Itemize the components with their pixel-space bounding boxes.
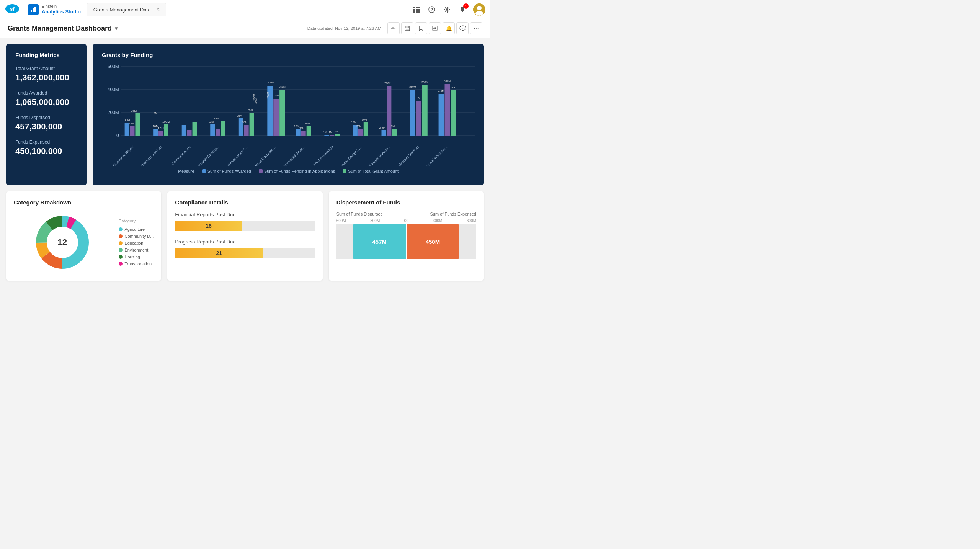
grants-management-tab[interactable]: Grants Management Das... × [87, 3, 166, 16]
app-nav-text: Einstein Analytics Studio [42, 4, 81, 15]
list-item: Environment [119, 248, 154, 252]
svg-rect-101 [451, 90, 456, 136]
svg-point-19 [477, 6, 482, 10]
notifications-icon[interactable]: 1 [458, 5, 467, 14]
financial-reports-label: Financial Reports Past Due [175, 212, 315, 217]
funding-metrics-card: Funding Metrics Total Grant Amount 1,362… [6, 44, 87, 185]
svg-rect-5 [413, 7, 415, 8]
grants-chart-heading: Grants by Funding [102, 52, 475, 58]
legend-dot-awarded [202, 169, 206, 173]
donut-center-value: 12 [58, 237, 67, 247]
svg-text:60M: 60M [255, 98, 258, 104]
svg-text:250M: 250M [409, 85, 416, 88]
legend-dot-total [343, 169, 346, 173]
svg-text:Water and Wastewat...: Water and Wastewat... [421, 145, 448, 166]
progress-reports-label: Progress Reports Past Due [175, 239, 315, 245]
comment-button[interactable]: 💬 [456, 22, 469, 34]
svg-rect-6 [416, 7, 418, 8]
more-button[interactable]: ⋯ [470, 22, 482, 34]
svg-text:10M: 10M [158, 127, 163, 130]
svg-text:15M: 15M [208, 120, 214, 123]
chevron-down-icon[interactable]: ▾ [115, 25, 118, 31]
save-button[interactable] [401, 22, 413, 34]
dispersement-left-bar: 457M [353, 224, 406, 259]
donut-chart: 12 [32, 212, 93, 273]
svg-rect-87 [382, 130, 386, 136]
svg-text:55M: 55M [242, 121, 248, 124]
svg-text:500M: 500M [444, 80, 451, 82]
notify-button[interactable]: 🔔 [443, 22, 455, 34]
svg-rect-45 [182, 125, 186, 136]
svg-text:75M: 75M [248, 109, 253, 111]
svg-rect-49 [210, 124, 215, 136]
svg-text:70M: 70M [273, 94, 279, 97]
svg-text:200M: 200M [108, 110, 119, 115]
legend-total-grant: Sum of Total Grant Amount [343, 169, 399, 173]
svg-rect-70 [301, 131, 306, 136]
category-layout: 12 Category Agriculture Community D... [14, 212, 154, 273]
agriculture-label: Agriculture [125, 227, 145, 232]
svg-text:300M: 300M [421, 81, 428, 83]
settings-icon[interactable] [443, 5, 452, 14]
svg-text:0: 0 [116, 133, 119, 138]
svg-rect-76 [330, 135, 334, 136]
svg-text:250M: 250M [267, 92, 270, 99]
category-breakdown-heading: Category Breakdown [14, 199, 154, 206]
grants-chart-legend: Measure Sum of Funds Awarded Sum of Fund… [102, 169, 475, 173]
svg-text:27M: 27M [299, 127, 305, 130]
financial-reports-row: Financial Reports Past Due 16 [175, 212, 315, 231]
list-item: Education [119, 241, 154, 245]
svg-rect-34 [130, 126, 135, 136]
legend-label: Measure [178, 169, 194, 173]
svg-text:?: ? [430, 7, 433, 13]
list-item: Community D... [119, 234, 154, 239]
funds-expensed-value: 450,100,000 [15, 146, 77, 156]
tab-bar: Grants Management Das... × [87, 3, 166, 16]
svg-rect-95 [422, 85, 428, 136]
svg-rect-93 [410, 90, 415, 136]
svg-rect-2 [31, 10, 32, 12]
svg-rect-75 [324, 135, 329, 136]
svg-rect-8 [413, 9, 415, 11]
dispersement-left-bg: 457M [336, 224, 406, 259]
dispersement-left-label: Sum of Funds Dispursed [336, 212, 383, 216]
svg-text:2.5M: 2.5M [379, 126, 385, 129]
bookmark-button[interactable] [415, 22, 427, 34]
dispersement-heading: Dispersement of Funds [336, 199, 476, 206]
svg-rect-46 [187, 130, 192, 136]
dispersement-chart: Sum of Funds Dispursed Sum of Funds Expe… [336, 212, 476, 259]
svg-point-16 [446, 8, 448, 11]
svg-text:15M: 15M [129, 122, 134, 125]
svg-text:sf: sf [10, 6, 15, 12]
funds-awarded-label: Funds Awarded [15, 90, 77, 96]
progress-reports-fill: 21 [175, 248, 263, 258]
salesforce-logo[interactable]: sf [5, 3, 20, 15]
apps-icon[interactable] [412, 5, 421, 14]
dispersement-axis: 600M 300M 00 300M 600M [336, 219, 476, 223]
svg-rect-62 [279, 90, 285, 136]
svg-rect-39 [153, 129, 158, 136]
svg-text:50K: 50K [451, 86, 456, 89]
svg-rect-3 [33, 8, 34, 12]
svg-rect-41 [164, 124, 168, 136]
svg-text:95M: 95M [131, 109, 137, 113]
svg-text:Distance Education ...: Distance Education ... [251, 145, 277, 166]
svg-rect-61 [273, 99, 279, 136]
app-header: sf Einstein Analytics Studio Grants Mana… [0, 0, 490, 19]
community-color [119, 234, 122, 238]
svg-text:Renewable Energy Sy...: Renewable Energy Sy... [334, 145, 363, 166]
app-navigation: Einstein Analytics Studio [23, 4, 81, 15]
user-avatar[interactable] [473, 3, 485, 16]
svg-rect-56 [250, 113, 254, 136]
svg-rect-82 [358, 129, 363, 136]
funds-dispersed-value: 457,300,000 [15, 122, 77, 132]
close-tab-button[interactable]: × [156, 6, 160, 13]
svg-rect-83 [364, 122, 368, 136]
progress-reports-row: Progress Reports Past Due 21 [175, 239, 315, 258]
svg-rect-77 [335, 134, 340, 136]
help-icon[interactable]: ? [427, 5, 436, 14]
housing-color [119, 255, 122, 259]
edit-button[interactable]: ✏ [387, 22, 400, 34]
share-button[interactable] [429, 22, 441, 34]
svg-rect-10 [418, 9, 420, 11]
